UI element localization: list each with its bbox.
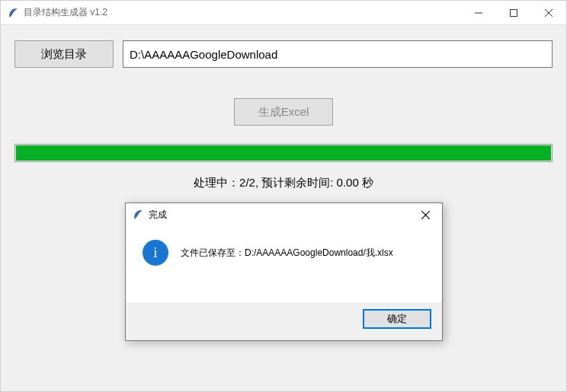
generate-row: 生成Excel [14, 98, 553, 126]
progress-bar [14, 144, 553, 162]
titlebar: 目录结构生成器 v1.2 [1, 1, 566, 25]
minimize-button[interactable] [461, 1, 496, 25]
browse-label: 浏览目录 [41, 47, 87, 62]
window-title: 目录结构生成器 v1.2 [24, 6, 461, 19]
ok-button[interactable]: 确定 [363, 309, 431, 329]
status-text: 处理中：2/2, 预计剩余时间: 0.00 秒 [14, 176, 553, 190]
maximize-button[interactable] [496, 1, 531, 25]
dialog-icon [132, 209, 144, 221]
main-window: 目录结构生成器 v1.2 浏览目录 生成Excel [0, 0, 567, 392]
app-icon [7, 7, 19, 19]
dialog-title: 完成 [149, 209, 408, 221]
generate-button[interactable]: 生成Excel [234, 98, 333, 126]
path-input[interactable] [123, 40, 553, 68]
completion-dialog: 完成 i 文件已保存至：D:/AAAAAAGoogleDownload/我.xl… [125, 202, 443, 341]
dialog-footer: 确定 [126, 302, 442, 340]
ok-label: 确定 [387, 312, 407, 326]
generate-label: 生成Excel [258, 105, 309, 120]
browse-button[interactable]: 浏览目录 [14, 40, 114, 68]
dialog-body: i 文件已保存至：D:/AAAAAAGoogleDownload/我.xlsx [126, 226, 442, 273]
svg-rect-1 [511, 9, 517, 16]
close-button[interactable] [531, 1, 566, 25]
dialog-message: 文件已保存至：D:/AAAAAAGoogleDownload/我.xlsx [181, 247, 393, 260]
path-row: 浏览目录 [14, 40, 553, 68]
progress-fill [16, 145, 551, 161]
window-controls [461, 1, 566, 25]
dialog-close-button[interactable] [408, 203, 442, 226]
dialog-titlebar: 完成 [126, 203, 442, 226]
content-area: 浏览目录 生成Excel 处理中：2/2, 预计剩余时间: 0.00 秒 [1, 25, 566, 206]
info-icon: i [143, 240, 168, 266]
